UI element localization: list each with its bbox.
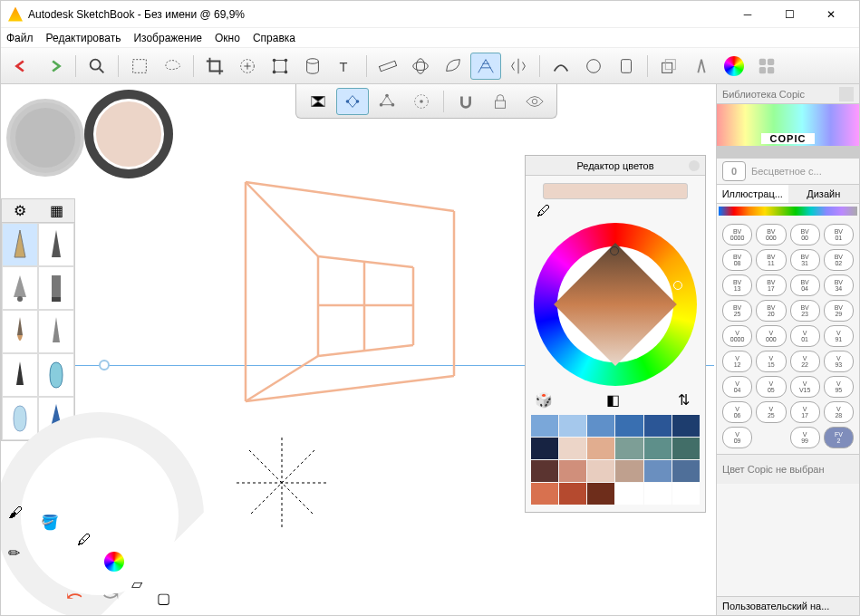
crop-button[interactable] — [199, 53, 230, 80]
swatch-17[interactable] — [672, 460, 700, 482]
copic-chip-V12[interactable]: V12 — [722, 351, 752, 372]
fill-button[interactable] — [611, 53, 642, 80]
brush-palette-tab-sliders[interactable]: ⚙ — [2, 199, 38, 222]
swatch-3[interactable] — [615, 415, 643, 437]
copic-chip-V06[interactable]: V06 — [722, 401, 752, 423]
symmetry-button[interactable] — [503, 53, 534, 80]
swatch-18[interactable] — [531, 483, 558, 505]
brush-ink[interactable] — [2, 353, 38, 397]
perspective-2pt-button[interactable] — [336, 88, 369, 115]
swatch-12[interactable] — [531, 460, 558, 482]
copic-chip-V15[interactable]: V15 — [756, 351, 786, 372]
copic-chip-BV11[interactable]: BV11 — [756, 249, 786, 271]
color-wheel-button[interactable] — [719, 53, 749, 80]
swatch-15[interactable] — [615, 460, 643, 482]
sliders-icon[interactable]: ⇅ — [678, 391, 696, 409]
perspective-1pt-button[interactable] — [302, 88, 334, 115]
copic-chip-V99[interactable]: V99 — [790, 427, 820, 448]
copic-chip-FV2[interactable]: FV2 — [824, 427, 854, 448]
copic-chip-BV29[interactable]: BV29 — [824, 300, 854, 322]
copic-chip-V91[interactable]: V91 — [824, 325, 854, 347]
add-frame-button[interactable] — [232, 53, 263, 80]
copic-chip-V04[interactable]: V04 — [722, 376, 752, 398]
layers-button[interactable] — [653, 53, 684, 80]
swatch-13[interactable] — [559, 460, 586, 482]
swatch-20[interactable] — [587, 483, 614, 505]
brush-eraser-soft[interactable] — [2, 397, 38, 440]
copic-hue-strip[interactable] — [719, 207, 857, 216]
redo-button[interactable] — [39, 53, 70, 80]
menu-file[interactable]: Файл — [6, 32, 34, 44]
perspective-3pt-button[interactable] — [371, 88, 403, 115]
copic-chip-V95[interactable]: V95 — [824, 376, 854, 398]
copic-chip-V09[interactable]: V09 — [722, 427, 752, 448]
copic-chip-BV00[interactable]: BV00 — [790, 224, 820, 245]
brush-palette-tab-grid[interactable]: ▦ — [38, 199, 74, 222]
swatch-21[interactable] — [615, 483, 643, 505]
maximize-button[interactable]: ☐ — [768, 1, 810, 28]
cylinder-button[interactable] — [297, 53, 328, 80]
copic-close-icon[interactable] — [839, 87, 854, 101]
swatch-8[interactable] — [587, 438, 614, 459]
brush-lib-button[interactable] — [686, 53, 717, 80]
close-button[interactable]: ✕ — [810, 1, 852, 28]
randomize-icon[interactable]: 🎲 — [535, 391, 553, 409]
copic-chip-BV25[interactable]: BV25 — [722, 300, 752, 322]
ruler-button[interactable] — [372, 53, 403, 80]
brush-eraser-hard[interactable] — [38, 353, 74, 397]
quad-transform-button[interactable] — [265, 53, 295, 80]
copic-chip-BV31[interactable]: BV31 — [790, 249, 820, 271]
copic-chip-V000[interactable]: V000 — [756, 325, 786, 347]
ellipse-guide-button[interactable] — [405, 53, 436, 80]
swatch-9[interactable] — [615, 438, 643, 459]
copic-chip-BV000[interactable]: BV000 — [756, 224, 786, 245]
perspective-button[interactable] — [470, 53, 501, 80]
menu-image[interactable]: Изображение — [133, 32, 202, 44]
menu-help[interactable]: Справка — [253, 32, 295, 44]
primary-color-puck[interactable] — [84, 90, 173, 178]
copic-chip-BV04[interactable]: BV04 — [790, 274, 820, 296]
color-puck[interactable] — [6, 90, 169, 184]
copic-chip-BV0000[interactable]: BV0000 — [722, 224, 752, 245]
vanishing-point[interactable] — [99, 360, 110, 371]
color-wheel[interactable] — [534, 223, 697, 386]
menu-edit[interactable]: Редактировать — [46, 32, 121, 44]
brush-marker[interactable] — [38, 266, 74, 310]
copic-chip-V93[interactable]: V93 — [824, 351, 854, 372]
brush-paintbrush[interactable] — [2, 310, 38, 353]
undo-button[interactable] — [6, 53, 37, 80]
swatch-19[interactable] — [559, 483, 586, 505]
copic-chip-BV02[interactable]: BV02 — [824, 249, 854, 271]
swatch-10[interactable] — [644, 438, 672, 459]
lagoon-tool-3[interactable]: 🖊 — [77, 532, 102, 557]
shape-button[interactable] — [578, 53, 609, 80]
copic-chip-V17[interactable]: V17 — [790, 401, 820, 423]
french-curve-button[interactable] — [438, 53, 469, 80]
swatch-14[interactable] — [587, 460, 614, 482]
swatch-6[interactable] — [531, 438, 558, 459]
text-button[interactable]: T — [330, 53, 361, 80]
stroke-style-button[interactable] — [546, 53, 576, 80]
lagoon-redo-button[interactable]: ⤻ — [102, 584, 128, 610]
lasso-select-button[interactable] — [157, 53, 188, 80]
swatch-1[interactable] — [559, 415, 586, 437]
brush-smudge[interactable] — [38, 310, 74, 353]
copic-chip-V05[interactable]: V05 — [756, 376, 786, 398]
swatch-0[interactable] — [531, 415, 558, 437]
swatch-7[interactable] — [559, 438, 586, 459]
swatch-4[interactable] — [644, 415, 672, 437]
swatch-11[interactable] — [672, 438, 700, 459]
copic-tab-illustration[interactable]: Иллюстрац... — [717, 185, 788, 203]
current-color-swatch[interactable] — [543, 183, 688, 199]
eyedropper-icon[interactable]: 🖊 — [536, 203, 551, 219]
copic-chip-VV15[interactable]: VV15 — [790, 376, 820, 398]
lagoon-undo-button[interactable]: ⤺ — [66, 584, 92, 610]
menu-window[interactable]: Окно — [215, 32, 240, 44]
copic-footer[interactable]: Пользовательский на... — [717, 596, 859, 615]
swatch-16[interactable] — [644, 460, 672, 482]
lagoon-layers-icon[interactable]: ▢ — [157, 590, 182, 615]
transparency-icon[interactable]: ◧ — [606, 391, 624, 409]
marquee-select-button[interactable] — [124, 53, 155, 80]
lock-button[interactable] — [484, 88, 517, 115]
snap-button[interactable] — [449, 88, 482, 115]
